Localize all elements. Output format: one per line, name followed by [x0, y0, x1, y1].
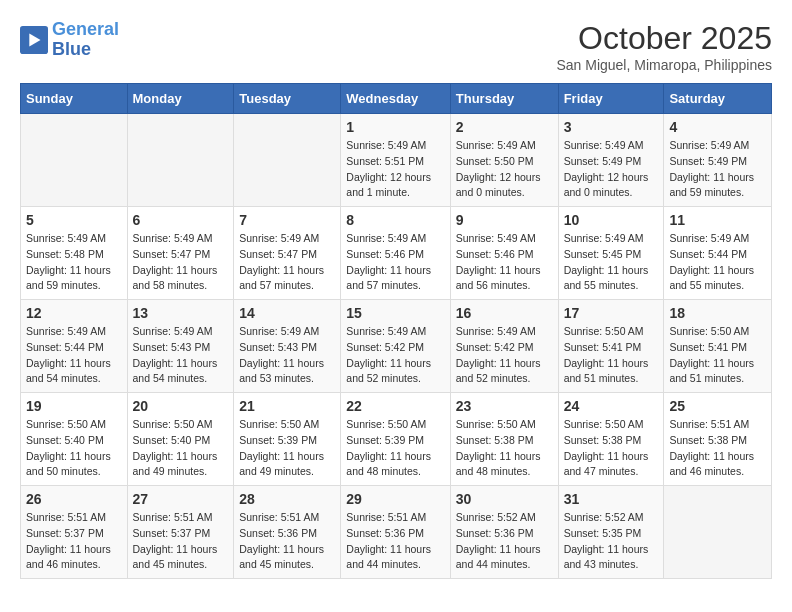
location: San Miguel, Mimaropa, Philippines [556, 57, 772, 73]
calendar-body: 1Sunrise: 5:49 AMSunset: 5:51 PMDaylight… [21, 114, 772, 579]
day-number: 18 [669, 305, 766, 321]
header-cell-thursday: Thursday [450, 84, 558, 114]
day-info: Sunrise: 5:49 AMSunset: 5:43 PMDaylight:… [239, 324, 335, 387]
day-info: Sunrise: 5:51 AMSunset: 5:37 PMDaylight:… [133, 510, 229, 573]
calendar-cell [21, 114, 128, 207]
calendar-cell: 4Sunrise: 5:49 AMSunset: 5:49 PMDaylight… [664, 114, 772, 207]
day-info: Sunrise: 5:49 AMSunset: 5:46 PMDaylight:… [456, 231, 553, 294]
day-number: 13 [133, 305, 229, 321]
calendar-header: SundayMondayTuesdayWednesdayThursdayFrid… [21, 84, 772, 114]
day-number: 17 [564, 305, 659, 321]
day-number: 12 [26, 305, 122, 321]
month-title: October 2025 [556, 20, 772, 57]
calendar-cell: 15Sunrise: 5:49 AMSunset: 5:42 PMDayligh… [341, 300, 450, 393]
calendar-cell: 10Sunrise: 5:49 AMSunset: 5:45 PMDayligh… [558, 207, 664, 300]
day-info: Sunrise: 5:49 AMSunset: 5:48 PMDaylight:… [26, 231, 122, 294]
day-info: Sunrise: 5:52 AMSunset: 5:36 PMDaylight:… [456, 510, 553, 573]
day-info: Sunrise: 5:49 AMSunset: 5:44 PMDaylight:… [669, 231, 766, 294]
day-info: Sunrise: 5:51 AMSunset: 5:36 PMDaylight:… [346, 510, 444, 573]
day-info: Sunrise: 5:49 AMSunset: 5:47 PMDaylight:… [239, 231, 335, 294]
calendar-cell: 5Sunrise: 5:49 AMSunset: 5:48 PMDaylight… [21, 207, 128, 300]
calendar-cell: 23Sunrise: 5:50 AMSunset: 5:38 PMDayligh… [450, 393, 558, 486]
day-info: Sunrise: 5:50 AMSunset: 5:40 PMDaylight:… [133, 417, 229, 480]
day-number: 30 [456, 491, 553, 507]
calendar-cell: 12Sunrise: 5:49 AMSunset: 5:44 PMDayligh… [21, 300, 128, 393]
day-info: Sunrise: 5:49 AMSunset: 5:50 PMDaylight:… [456, 138, 553, 201]
day-number: 25 [669, 398, 766, 414]
logo-line1: General [52, 19, 119, 39]
calendar-cell: 21Sunrise: 5:50 AMSunset: 5:39 PMDayligh… [234, 393, 341, 486]
day-number: 29 [346, 491, 444, 507]
calendar-week-1: 5Sunrise: 5:49 AMSunset: 5:48 PMDaylight… [21, 207, 772, 300]
day-info: Sunrise: 5:49 AMSunset: 5:45 PMDaylight:… [564, 231, 659, 294]
header-cell-sunday: Sunday [21, 84, 128, 114]
day-number: 26 [26, 491, 122, 507]
day-info: Sunrise: 5:49 AMSunset: 5:49 PMDaylight:… [669, 138, 766, 201]
calendar-cell: 1Sunrise: 5:49 AMSunset: 5:51 PMDaylight… [341, 114, 450, 207]
calendar-cell: 22Sunrise: 5:50 AMSunset: 5:39 PMDayligh… [341, 393, 450, 486]
day-number: 20 [133, 398, 229, 414]
logo: General Blue [20, 20, 119, 60]
calendar-cell: 11Sunrise: 5:49 AMSunset: 5:44 PMDayligh… [664, 207, 772, 300]
calendar-cell: 26Sunrise: 5:51 AMSunset: 5:37 PMDayligh… [21, 486, 128, 579]
day-info: Sunrise: 5:51 AMSunset: 5:36 PMDaylight:… [239, 510, 335, 573]
day-number: 19 [26, 398, 122, 414]
day-info: Sunrise: 5:49 AMSunset: 5:46 PMDaylight:… [346, 231, 444, 294]
page-header: General Blue October 2025 San Miguel, Mi… [20, 20, 772, 73]
calendar-cell: 18Sunrise: 5:50 AMSunset: 5:41 PMDayligh… [664, 300, 772, 393]
calendar-cell [234, 114, 341, 207]
day-info: Sunrise: 5:50 AMSunset: 5:41 PMDaylight:… [669, 324, 766, 387]
header-cell-tuesday: Tuesday [234, 84, 341, 114]
day-number: 1 [346, 119, 444, 135]
day-info: Sunrise: 5:49 AMSunset: 5:49 PMDaylight:… [564, 138, 659, 201]
calendar-cell: 3Sunrise: 5:49 AMSunset: 5:49 PMDaylight… [558, 114, 664, 207]
header-cell-wednesday: Wednesday [341, 84, 450, 114]
day-info: Sunrise: 5:50 AMSunset: 5:41 PMDaylight:… [564, 324, 659, 387]
day-number: 8 [346, 212, 444, 228]
day-info: Sunrise: 5:49 AMSunset: 5:42 PMDaylight:… [346, 324, 444, 387]
day-number: 31 [564, 491, 659, 507]
calendar-cell: 24Sunrise: 5:50 AMSunset: 5:38 PMDayligh… [558, 393, 664, 486]
day-info: Sunrise: 5:49 AMSunset: 5:42 PMDaylight:… [456, 324, 553, 387]
calendar-cell: 30Sunrise: 5:52 AMSunset: 5:36 PMDayligh… [450, 486, 558, 579]
calendar-cell: 8Sunrise: 5:49 AMSunset: 5:46 PMDaylight… [341, 207, 450, 300]
day-number: 22 [346, 398, 444, 414]
day-number: 7 [239, 212, 335, 228]
day-number: 27 [133, 491, 229, 507]
calendar-cell: 14Sunrise: 5:49 AMSunset: 5:43 PMDayligh… [234, 300, 341, 393]
day-number: 24 [564, 398, 659, 414]
logo-line2: Blue [52, 40, 119, 60]
calendar-week-2: 12Sunrise: 5:49 AMSunset: 5:44 PMDayligh… [21, 300, 772, 393]
day-info: Sunrise: 5:51 AMSunset: 5:37 PMDaylight:… [26, 510, 122, 573]
header-cell-friday: Friday [558, 84, 664, 114]
day-number: 21 [239, 398, 335, 414]
calendar-cell: 16Sunrise: 5:49 AMSunset: 5:42 PMDayligh… [450, 300, 558, 393]
day-number: 9 [456, 212, 553, 228]
logo-icon [20, 26, 48, 54]
day-number: 5 [26, 212, 122, 228]
day-info: Sunrise: 5:49 AMSunset: 5:43 PMDaylight:… [133, 324, 229, 387]
logo-text: General Blue [52, 20, 119, 60]
calendar-cell: 2Sunrise: 5:49 AMSunset: 5:50 PMDaylight… [450, 114, 558, 207]
day-number: 28 [239, 491, 335, 507]
calendar-cell: 28Sunrise: 5:51 AMSunset: 5:36 PMDayligh… [234, 486, 341, 579]
day-info: Sunrise: 5:50 AMSunset: 5:40 PMDaylight:… [26, 417, 122, 480]
day-info: Sunrise: 5:51 AMSunset: 5:38 PMDaylight:… [669, 417, 766, 480]
day-info: Sunrise: 5:50 AMSunset: 5:38 PMDaylight:… [564, 417, 659, 480]
header-row: SundayMondayTuesdayWednesdayThursdayFrid… [21, 84, 772, 114]
day-info: Sunrise: 5:49 AMSunset: 5:44 PMDaylight:… [26, 324, 122, 387]
day-number: 6 [133, 212, 229, 228]
calendar-cell: 7Sunrise: 5:49 AMSunset: 5:47 PMDaylight… [234, 207, 341, 300]
calendar-week-0: 1Sunrise: 5:49 AMSunset: 5:51 PMDaylight… [21, 114, 772, 207]
day-info: Sunrise: 5:52 AMSunset: 5:35 PMDaylight:… [564, 510, 659, 573]
calendar-cell: 29Sunrise: 5:51 AMSunset: 5:36 PMDayligh… [341, 486, 450, 579]
calendar-cell: 25Sunrise: 5:51 AMSunset: 5:38 PMDayligh… [664, 393, 772, 486]
calendar-week-4: 26Sunrise: 5:51 AMSunset: 5:37 PMDayligh… [21, 486, 772, 579]
day-number: 14 [239, 305, 335, 321]
day-number: 11 [669, 212, 766, 228]
day-number: 3 [564, 119, 659, 135]
calendar-cell: 27Sunrise: 5:51 AMSunset: 5:37 PMDayligh… [127, 486, 234, 579]
day-info: Sunrise: 5:50 AMSunset: 5:39 PMDaylight:… [239, 417, 335, 480]
day-number: 2 [456, 119, 553, 135]
calendar-cell: 13Sunrise: 5:49 AMSunset: 5:43 PMDayligh… [127, 300, 234, 393]
